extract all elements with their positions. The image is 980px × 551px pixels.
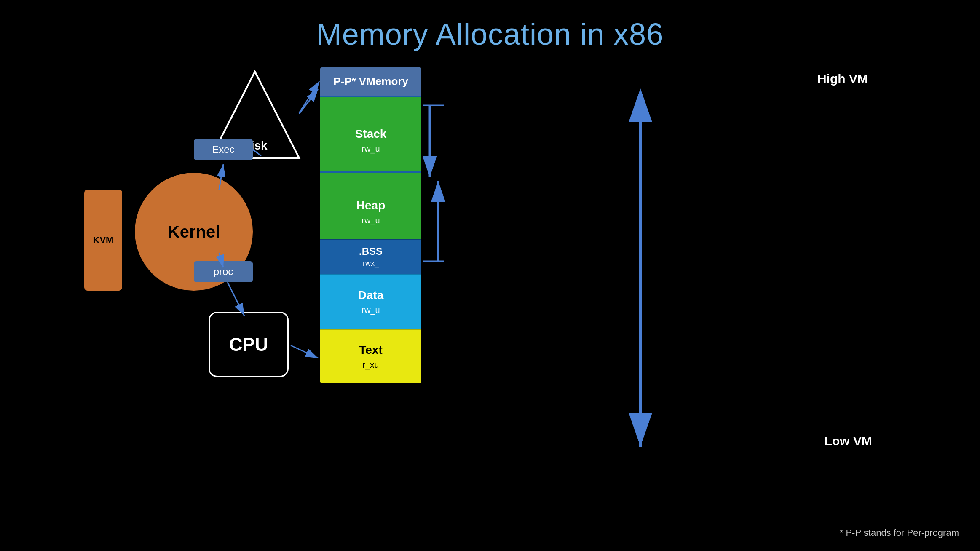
footnote: * P-P stands for Per-program (840, 527, 959, 538)
memory-data: Data rw_u (320, 274, 421, 329)
proc-box: proc (194, 261, 253, 282)
high-vm-label: High VM (817, 72, 868, 86)
data-label: Data (358, 289, 384, 302)
heap-label: Heap (356, 199, 385, 212)
stack-permission: rw_u (361, 144, 380, 154)
memory-bss: .BSS rwx_ (320, 239, 421, 274)
bss-permission: rwx_ (363, 259, 379, 268)
memory-heap: Heap rw_u (320, 171, 421, 239)
low-vm-label: Low VM (825, 434, 872, 448)
svg-line-9 (228, 282, 244, 316)
heap-permission: rw_u (361, 216, 380, 225)
kvm-box: KVM (84, 190, 122, 291)
proc-label: proc (214, 266, 233, 278)
stack-label: Stack (355, 127, 387, 141)
arrows-overlay (42, 67, 927, 531)
diagram-container: KVM Kernel Disk Exec proc CPU P-P* VMemo… (42, 67, 927, 531)
memory-column: P-P* VMemory Stack rw_u Heap rw_u .BSS r… (320, 67, 421, 383)
kernel-label: Kernel (168, 222, 220, 241)
text-permission: r_xu (363, 360, 379, 370)
memory-header: P-P* VMemory (320, 67, 421, 96)
exec-label: Exec (212, 144, 234, 155)
data-permission: rw_u (361, 305, 380, 315)
memory-text: Text r_xu (320, 329, 421, 383)
exec-box: Exec (194, 139, 253, 160)
cpu-box: CPU (209, 312, 289, 377)
svg-line-10 (291, 345, 318, 358)
page-title: Memory Allocation in x86 (0, 0, 980, 51)
bss-label: .BSS (359, 246, 383, 257)
kvm-label: KVM (93, 235, 114, 246)
memory-stack: Stack rw_u (320, 96, 421, 171)
text-label: Text (359, 343, 383, 357)
cpu-label: CPU (229, 334, 268, 355)
